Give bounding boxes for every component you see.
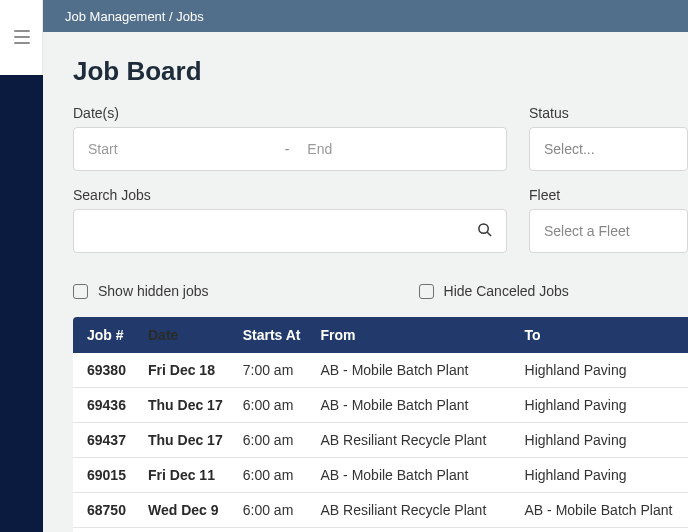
cell-job[interactable]: 68750 <box>73 493 138 528</box>
checkbox-icon <box>419 284 434 299</box>
col-header-date[interactable]: Date <box>138 317 233 353</box>
table-row[interactable]: 68750Wed Dec 96:00 amAB Resiliant Recycl… <box>73 493 688 528</box>
table-row[interactable]: 68086Thu Dec 36:00 amAB - Mobile Batch P… <box>73 528 688 533</box>
cell-from: AB Resiliant Recycle Plant <box>311 493 515 528</box>
cell-starts: 6:00 am <box>233 458 311 493</box>
page-title: Job Board <box>73 56 688 87</box>
breadcrumb: Job Management / Jobs <box>65 9 204 24</box>
cell-job[interactable]: 68086 <box>73 528 138 533</box>
cell-to: Highland Paving <box>515 528 688 533</box>
jobs-table-wrap: Job # Date Starts At From To 69380Fri De… <box>73 317 688 532</box>
col-header-to[interactable]: To <box>515 317 688 353</box>
cell-to: Highland Paving <box>515 458 688 493</box>
date-end-placeholder: End <box>301 141 492 157</box>
show-hidden-jobs-checkbox[interactable]: Show hidden jobs <box>73 283 209 299</box>
cell-date: Thu Dec 3 <box>138 528 233 533</box>
cell-date: Thu Dec 17 <box>138 388 233 423</box>
cell-from: AB Resiliant Recycle Plant <box>311 423 515 458</box>
cell-from: AB - Mobile Batch Plant <box>311 528 515 533</box>
cell-starts: 7:00 am <box>233 353 311 388</box>
cell-starts: 6:00 am <box>233 528 311 533</box>
cell-date: Fri Dec 11 <box>138 458 233 493</box>
show-hidden-label: Show hidden jobs <box>98 283 209 299</box>
cell-to: AB - Mobile Batch Plant <box>515 493 688 528</box>
svg-line-1 <box>487 232 491 236</box>
svg-point-0 <box>479 224 488 233</box>
fleet-label: Fleet <box>529 187 688 203</box>
cell-to: Highland Paving <box>515 388 688 423</box>
cell-job[interactable]: 69436 <box>73 388 138 423</box>
cell-from: AB - Mobile Batch Plant <box>311 353 515 388</box>
col-header-job[interactable]: Job # <box>73 317 138 353</box>
table-row[interactable]: 69015Fri Dec 116:00 amAB - Mobile Batch … <box>73 458 688 493</box>
sidebar-dark <box>0 75 43 532</box>
cell-to: Highland Paving <box>515 353 688 388</box>
dates-label: Date(s) <box>73 105 507 121</box>
cell-starts: 6:00 am <box>233 493 311 528</box>
cell-date: Wed Dec 9 <box>138 493 233 528</box>
cell-from: AB - Mobile Batch Plant <box>311 458 515 493</box>
col-header-from[interactable]: From <box>311 317 515 353</box>
table-row[interactable]: 69437Thu Dec 176:00 amAB Resiliant Recyc… <box>73 423 688 458</box>
fleet-placeholder: Select a Fleet <box>544 223 630 239</box>
table-row[interactable]: 69380Fri Dec 187:00 amAB - Mobile Batch … <box>73 353 688 388</box>
search-icon[interactable] <box>477 222 492 240</box>
breadcrumb-bar: Job Management / Jobs <box>43 0 688 32</box>
cell-starts: 6:00 am <box>233 423 311 458</box>
main-content: Job Board Date(s) Start - End Status Sel… <box>43 32 688 532</box>
cell-from: AB - Mobile Batch Plant <box>311 388 515 423</box>
col-header-starts[interactable]: Starts At <box>233 317 311 353</box>
cell-job[interactable]: 69437 <box>73 423 138 458</box>
fleet-select[interactable]: Select a Fleet <box>529 209 688 253</box>
date-start-placeholder: Start <box>88 141 273 157</box>
search-input[interactable] <box>73 209 507 253</box>
cell-job[interactable]: 69380 <box>73 353 138 388</box>
cell-starts: 6:00 am <box>233 388 311 423</box>
jobs-table: Job # Date Starts At From To 69380Fri De… <box>73 317 688 532</box>
date-range-input[interactable]: Start - End <box>73 127 507 171</box>
status-select[interactable]: Select... <box>529 127 688 171</box>
checkbox-icon <box>73 284 88 299</box>
cell-date: Fri Dec 18 <box>138 353 233 388</box>
date-range-separator: - <box>285 141 290 157</box>
hide-cancelled-label: Hide Canceled Jobs <box>444 283 569 299</box>
status-placeholder: Select... <box>544 141 595 157</box>
cell-to: Highland Paving <box>515 423 688 458</box>
status-label: Status <box>529 105 688 121</box>
cell-date: Thu Dec 17 <box>138 423 233 458</box>
search-label: Search Jobs <box>73 187 507 203</box>
table-row[interactable]: 69436Thu Dec 176:00 amAB - Mobile Batch … <box>73 388 688 423</box>
hide-cancelled-jobs-checkbox[interactable]: Hide Canceled Jobs <box>419 283 569 299</box>
cell-job[interactable]: 69015 <box>73 458 138 493</box>
menu-toggle-button[interactable] <box>14 30 30 44</box>
